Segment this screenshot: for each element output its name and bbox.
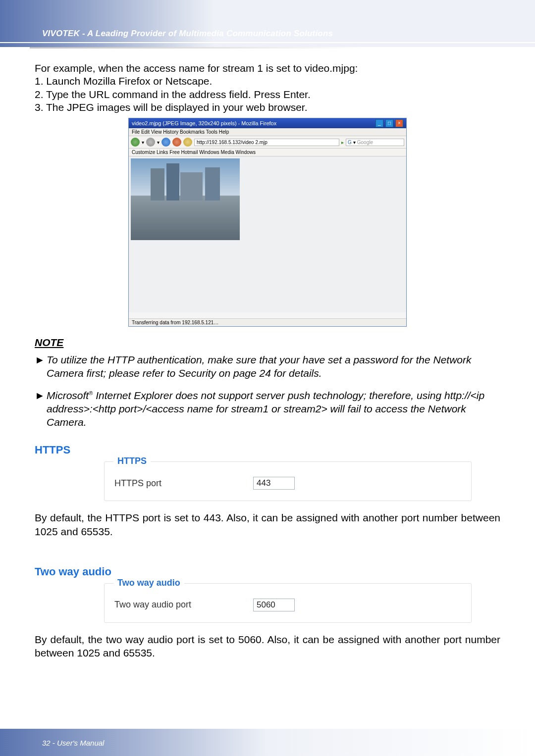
dropdown-icon: ▾ (157, 140, 160, 145)
building-shape (166, 163, 179, 201)
https-description: By default, the HTTPS port is set to 443… (35, 511, 500, 538)
header-shadow (30, 47, 505, 49)
video-frame (131, 158, 240, 240)
minimize-icon: _ (375, 119, 383, 127)
status-text: Transferring data from 192.168.5.121… (132, 320, 218, 325)
toolbar: ▾ ▾ http://192.168.5.132/video 2.mjp ▸ G… (129, 136, 406, 149)
address-bar: http://192.168.5.132/video 2.mjp (194, 139, 339, 146)
content-area: For example, when the access name for st… (35, 62, 500, 660)
note-item: ► To utilize the HTTP authentication, ma… (35, 353, 500, 380)
note-item: ► Microsoft® Internet Explorer does not … (35, 389, 500, 429)
bookmarks-bar: Customize Links Free Hotmail Windows Med… (129, 149, 406, 156)
browser-screenshot: video2.mjpg (JPEG Image, 320x240 pixels)… (128, 118, 407, 327)
two-way-audio-row: Two way audio port 5060 (114, 599, 461, 611)
intro-step3: 3. The JPEG images will be displayed in … (35, 101, 500, 114)
intro-step1: 1. Launch Mozilla Firefox or Netscape. (35, 75, 500, 88)
back-icon (131, 138, 140, 147)
forward-icon (146, 138, 155, 147)
note-text: To utilize the HTTP authentication, make… (47, 353, 500, 380)
footer-text: 32 - User's Manual (42, 739, 104, 747)
search-engine-icon: G (348, 140, 352, 145)
status-bar: Transferring data from 192.168.5.121… (129, 318, 406, 326)
https-row: HTTPS port 443 (114, 477, 461, 490)
note-heading: NOTE (35, 337, 500, 349)
building-shape (151, 168, 164, 201)
close-icon: × (395, 119, 403, 127)
two-way-audio-fieldset: Two way audio port 5060 (104, 583, 472, 623)
note2-body: Internet Explorer does not support serve… (47, 390, 484, 428)
two-way-audio-heading: Two way audio (35, 565, 500, 578)
intro-step2: 2. Type the URL command in the address f… (35, 88, 500, 101)
header-title: VIVOTEK - A Leading Provider of Multimed… (42, 29, 333, 39)
go-icon: ▸ (341, 140, 344, 145)
search-placeholder: Google (357, 140, 373, 145)
search-box: G ▾ Google (346, 139, 404, 146)
https-fieldset: HTTPS port 443 (104, 461, 472, 501)
building-shape (205, 167, 220, 201)
two-way-audio-port-label: Two way audio port (114, 600, 253, 610)
window-buttons: _ □ × (375, 119, 403, 127)
note2-prefix: Microsoft (47, 390, 89, 401)
home-icon (183, 138, 192, 147)
intro-line: For example, when the access name for st… (35, 62, 500, 75)
reload-icon (161, 138, 170, 147)
header-rule (0, 42, 535, 43)
https-port-label: HTTPS port (114, 478, 253, 489)
footer-band: 32 - User's Manual (0, 729, 535, 756)
header-band: VIVOTEK - A Leading Provider of Multimed… (0, 0, 535, 47)
dropdown-icon: ▾ (353, 140, 356, 145)
https-port-input[interactable]: 443 (253, 477, 295, 490)
page: VIVOTEK - A Leading Provider of Multimed… (0, 0, 535, 756)
https-heading: HTTPS (35, 444, 500, 456)
note-text: Microsoft® Internet Explorer does not su… (47, 389, 500, 429)
maximize-icon: □ (385, 119, 393, 127)
dropdown-icon: ▾ (142, 140, 144, 145)
intro-block: For example, when the access name for st… (35, 62, 500, 114)
window-title: video2.mjpg (JPEG Image, 320x240 pixels)… (132, 120, 276, 126)
bullet-icon: ► (35, 389, 47, 429)
building-shape (180, 172, 203, 201)
note-list: ► To utilize the HTTP authentication, ma… (35, 353, 500, 429)
two-way-audio-port-input[interactable]: 5060 (253, 599, 295, 611)
bullet-icon: ► (35, 353, 47, 380)
stop-icon (172, 138, 181, 147)
window-titlebar: video2.mjpg (JPEG Image, 320x240 pixels)… (129, 118, 406, 128)
two-way-audio-description: By default, the two way audio port is se… (35, 633, 500, 660)
browser-viewport (129, 156, 406, 312)
menu-bar: File Edit View History Bookmarks Tools H… (129, 128, 406, 136)
